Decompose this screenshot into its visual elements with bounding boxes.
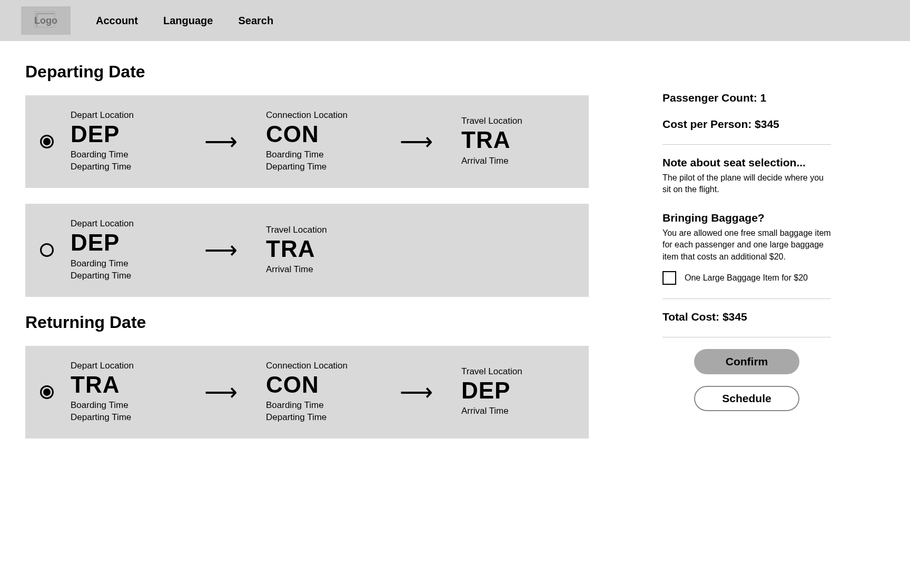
logo[interactable]: Logo [21,6,71,35]
top-nav: Logo Account Language Search [0,0,910,41]
segment-label: Travel Location [461,366,567,377]
segment-code: CON [266,122,371,147]
segment-time: Boarding Time [266,400,371,412]
radio-selected-icon[interactable] [40,385,54,399]
segment-label: Depart Location [71,110,176,121]
nav-language[interactable]: Language [163,15,213,27]
arrow-right-icon: ⟶ [198,238,244,262]
confirm-button[interactable]: Confirm [694,349,799,374]
segment-code: DEP [71,230,176,255]
nav-search[interactable]: Search [238,15,273,27]
segment-time: Boarding Time [71,400,176,412]
segment-time: Departing Time [266,412,371,424]
departing-option-1[interactable]: Depart Location DEP Boarding Time Depart… [25,95,589,188]
segment-time: Departing Time [71,161,176,173]
segment-code: CON [266,372,371,397]
baggage-title: Bringing Baggage? [662,212,831,224]
segment-time: Departing Time [266,161,371,173]
segment-label: Depart Location [71,361,176,371]
summary-sidebar: Passenger Count: 1 Cost per Person: $345… [662,62,831,411]
baggage-checkbox[interactable] [662,271,676,285]
logo-text: Logo [34,15,57,26]
radio-selected-icon[interactable] [40,135,54,148]
returning-option-1[interactable]: Depart Location TRA Boarding Time Depart… [25,346,589,438]
segment-time: Boarding Time [266,149,371,161]
cost-per-person: Cost per Person: $345 [662,118,831,131]
nav-account[interactable]: Account [96,15,138,27]
arrow-right-icon: ⟶ [198,130,244,153]
segment-code: TRA [461,127,567,153]
arrow-right-icon: ⟶ [393,130,439,153]
schedule-button[interactable]: Schedule [694,386,799,411]
segment-label: Travel Location [266,225,371,235]
passenger-count: Passenger Count: 1 [662,92,831,104]
divider [662,337,831,337]
segment-label: Connection Location [266,110,371,121]
returning-date-title: Returning Date [25,313,589,332]
segment-time: Arrival Time [461,155,567,167]
segment-label: Travel Location [461,116,567,126]
arrow-right-icon: ⟶ [393,381,439,404]
departing-date-title: Departing Date [25,62,589,82]
arrow-right-icon: ⟶ [198,381,244,404]
divider [662,298,831,299]
baggage-checkbox-label: One Large Baggage Item for $20 [685,272,808,284]
segment-time: Departing Time [71,412,176,424]
segment-time: Departing Time [71,270,176,282]
departing-option-2[interactable]: Depart Location DEP Boarding Time Depart… [25,204,589,296]
seat-note-title: Note about seat selection... [662,156,831,169]
segment-time: Arrival Time [266,264,371,276]
segment-code: TRA [71,372,176,397]
segment-label: Depart Location [71,218,176,229]
segment-time: Arrival Time [461,405,567,417]
segment-time: Boarding Time [71,149,176,161]
total-cost: Total Cost: $345 [662,311,831,323]
segment-label: Connection Location [266,361,371,371]
segment-code: DEP [71,122,176,147]
seat-note-body: The pilot of the plane will decide where… [662,172,831,196]
baggage-body: You are allowed one free small baggage i… [662,227,831,263]
radio-unselected-icon[interactable] [40,243,54,257]
divider [662,144,831,145]
segment-code: DEP [461,378,567,403]
segment-code: TRA [266,236,371,262]
segment-time: Boarding Time [71,258,176,270]
